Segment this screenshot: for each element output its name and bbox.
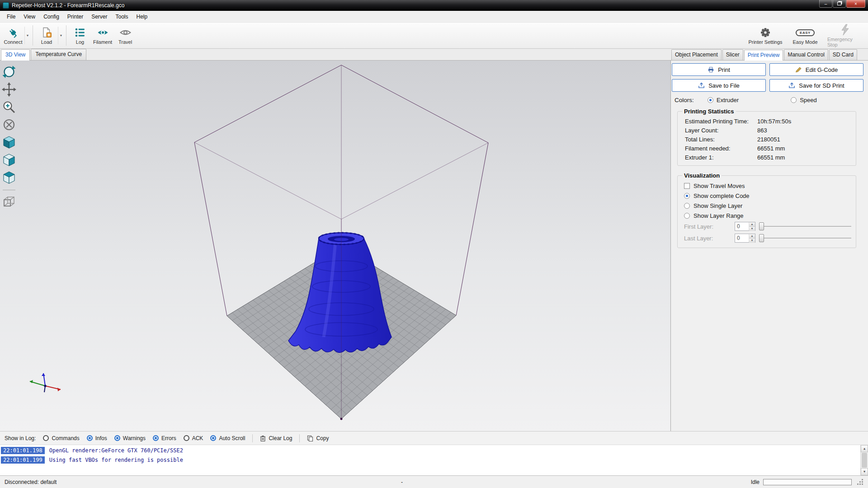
travel-label: Travel bbox=[118, 39, 132, 45]
rotate-view-button[interactable] bbox=[1, 64, 17, 80]
move-view-button[interactable] bbox=[1, 82, 17, 97]
easy-mode-button[interactable]: EASY Easy Mode bbox=[788, 23, 823, 48]
isometric-view-button[interactable] bbox=[1, 135, 17, 150]
copy-button[interactable]: Copy bbox=[307, 435, 329, 441]
edit-gcode-button[interactable]: Edit G-Code bbox=[769, 63, 863, 76]
commands-label: Commands bbox=[52, 435, 79, 441]
last-layer-up[interactable]: ▲ bbox=[749, 234, 755, 239]
show-complete-code-option[interactable]: Show complete Code bbox=[682, 191, 852, 201]
title-bar[interactable]: Repetier-Host V2.1.2 - ForearmR1Rescale.… bbox=[0, 0, 868, 11]
parallel-projection-button[interactable] bbox=[1, 195, 17, 210]
log-scrollbar[interactable]: ▲ ▼ bbox=[860, 445, 868, 475]
errors-label: Errors bbox=[161, 435, 176, 441]
colors-row: Colors: Extruder Speed bbox=[675, 97, 863, 103]
extruder-radio[interactable] bbox=[708, 97, 713, 103]
scene-3d[interactable] bbox=[0, 61, 670, 431]
first-layer-row: First Layer: 0 ▲▼ bbox=[682, 221, 852, 232]
tab-slicer[interactable]: Slicer bbox=[722, 49, 743, 60]
menu-server[interactable]: Server bbox=[87, 12, 111, 22]
tab-temperature-curve[interactable]: Temperature Curve bbox=[31, 49, 86, 60]
show-travel-checkbox[interactable] bbox=[684, 183, 690, 189]
first-layer-up[interactable]: ▲ bbox=[749, 222, 755, 227]
show-travel-moves-option[interactable]: Show Travel Moves bbox=[682, 181, 852, 191]
first-layer-spinner[interactable]: 0 ▲▼ bbox=[735, 222, 755, 231]
colors-extruder-option[interactable]: Extruder bbox=[708, 97, 739, 103]
axis-indicator bbox=[30, 373, 61, 392]
load-icon bbox=[41, 26, 52, 39]
show-range-radio[interactable] bbox=[684, 213, 690, 219]
scroll-thumb[interactable] bbox=[862, 453, 867, 468]
show-complete-radio[interactable] bbox=[684, 193, 690, 199]
travel-toggle-button[interactable]: Travel bbox=[114, 23, 137, 48]
colors-speed-option[interactable]: Speed bbox=[791, 97, 817, 103]
stat-label: Total Lines: bbox=[685, 136, 757, 143]
zoom-view-button[interactable] bbox=[1, 99, 17, 115]
printer-state-label: Idle bbox=[751, 479, 760, 485]
last-layer-down[interactable]: ▼ bbox=[749, 239, 755, 243]
first-layer-slider[interactable] bbox=[759, 222, 852, 231]
show-single-radio[interactable] bbox=[684, 203, 690, 209]
slider-thumb[interactable] bbox=[759, 234, 764, 242]
menu-file[interactable]: File bbox=[3, 12, 19, 22]
emergency-stop-button[interactable]: Emergency Stop bbox=[827, 23, 863, 48]
log-toggle-button[interactable]: Log bbox=[69, 23, 91, 48]
print-button[interactable]: Print bbox=[672, 63, 766, 76]
load-button[interactable]: Load bbox=[35, 23, 58, 48]
show-complete-label: Show complete Code bbox=[693, 192, 750, 199]
restore-button[interactable] bbox=[833, 0, 846, 8]
log-commands-toggle[interactable]: Commands bbox=[43, 435, 79, 441]
first-layer-down[interactable]: ▼ bbox=[749, 227, 755, 231]
log-infos-toggle[interactable]: Infos bbox=[87, 435, 107, 441]
tab-sd-card[interactable]: SD Card bbox=[829, 49, 857, 60]
tab-print-preview[interactable]: Print Preview bbox=[744, 50, 783, 61]
log-warnings-toggle[interactable]: Warnings bbox=[114, 435, 146, 441]
edit-gcode-label: Edit G-Code bbox=[806, 66, 838, 73]
commands-toggle-icon bbox=[43, 435, 49, 441]
filament-toggle-button[interactable]: Filament bbox=[91, 23, 114, 48]
last-layer-spinner[interactable]: 0 ▲▼ bbox=[735, 234, 755, 243]
tab-3d-view[interactable]: 3D View bbox=[1, 49, 30, 61]
copy-icon bbox=[307, 435, 313, 441]
tab-manual-control[interactable]: Manual Control bbox=[784, 49, 828, 60]
pencil-icon bbox=[795, 66, 802, 73]
menu-tools[interactable]: Tools bbox=[112, 12, 132, 22]
resize-grip[interactable] bbox=[857, 479, 863, 485]
save-for-sd-label: Save for SD Print bbox=[799, 82, 844, 89]
connect-dropdown[interactable]: ▼ bbox=[24, 27, 30, 44]
save-to-file-button[interactable]: Save to File bbox=[672, 79, 766, 92]
slider-thumb[interactable] bbox=[759, 222, 764, 230]
autoscroll-toggle-icon bbox=[210, 435, 216, 441]
warnings-label: Warnings bbox=[123, 435, 146, 441]
show-travel-label: Show Travel Moves bbox=[693, 183, 745, 189]
speed-radio[interactable] bbox=[791, 97, 797, 103]
menu-help[interactable]: Help bbox=[132, 12, 152, 22]
clear-log-button[interactable]: Clear Log bbox=[260, 435, 292, 441]
menu-view[interactable]: View bbox=[19, 12, 39, 22]
log-autoscroll-toggle[interactable]: Auto Scroll bbox=[210, 435, 245, 441]
menu-config[interactable]: Config bbox=[39, 12, 63, 22]
scroll-down-arrow[interactable]: ▼ bbox=[861, 468, 868, 475]
scroll-up-arrow[interactable]: ▲ bbox=[861, 445, 868, 452]
log-output[interactable]: 22:01:01.198 OpenGL renderer:GeForce GTX… bbox=[0, 445, 868, 475]
connect-button[interactable]: Connect bbox=[2, 23, 24, 48]
viewport-3d[interactable] bbox=[0, 61, 670, 431]
log-label: Log bbox=[76, 39, 84, 45]
minimize-button[interactable]: – bbox=[819, 0, 832, 8]
move-object-button[interactable] bbox=[1, 117, 17, 132]
cube-front-icon bbox=[1, 152, 17, 168]
printer-settings-button[interactable]: Printer Settings bbox=[748, 23, 783, 48]
show-layer-range-option[interactable]: Show Layer Range bbox=[682, 211, 852, 221]
load-dropdown[interactable]: ▼ bbox=[58, 27, 64, 44]
last-layer-slider[interactable] bbox=[759, 234, 852, 243]
log-errors-toggle[interactable]: Errors bbox=[153, 435, 176, 441]
menu-printer[interactable]: Printer bbox=[63, 12, 87, 22]
top-view-button[interactable] bbox=[1, 170, 17, 185]
log-ack-toggle[interactable]: ACK bbox=[184, 435, 203, 441]
save-for-sd-button[interactable]: Save for SD Print bbox=[769, 79, 863, 92]
show-single-layer-option[interactable]: Show Single Layer bbox=[682, 201, 852, 211]
front-view-button[interactable] bbox=[1, 152, 17, 168]
tab-object-placement[interactable]: Object Placement bbox=[671, 49, 722, 60]
log-message: Using fast VBOs for rendering is possibl… bbox=[45, 457, 183, 463]
trash-icon bbox=[260, 435, 266, 441]
close-button[interactable]: × bbox=[846, 0, 865, 8]
